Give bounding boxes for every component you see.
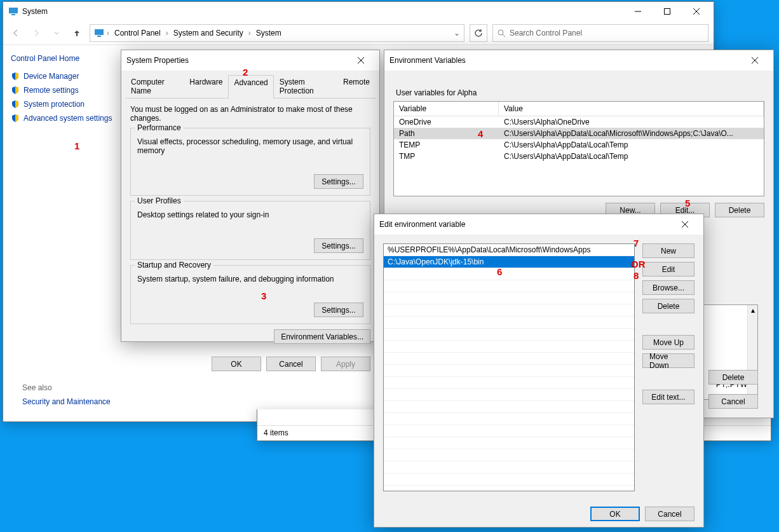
maximize-button[interactable] bbox=[653, 2, 682, 21]
tab-hardware[interactable]: Hardware bbox=[184, 74, 228, 98]
scrollbar[interactable]: ▴ bbox=[747, 305, 757, 399]
list-item[interactable] bbox=[384, 280, 634, 292]
cancel-button[interactable]: Cancel bbox=[645, 507, 694, 521]
shield-icon bbox=[11, 86, 20, 95]
cancel-button[interactable]: Cancel bbox=[708, 394, 758, 409]
ok-button[interactable]: OK bbox=[590, 507, 640, 521]
svg-rect-6 bbox=[95, 29, 104, 35]
group-heading: User Profiles bbox=[135, 196, 184, 205]
environment-variables-button[interactable]: Environment Variables... bbox=[274, 329, 370, 344]
breadcrumb[interactable]: Control Panel bbox=[112, 27, 163, 39]
control-panel-home-link[interactable]: Control Panel Home bbox=[11, 54, 116, 63]
user-delete-button[interactable]: Delete bbox=[715, 203, 764, 217]
table-row[interactable]: OneDriveC:\Users\Alpha\OneDrive bbox=[394, 116, 764, 128]
back-button[interactable] bbox=[8, 25, 24, 41]
sys-delete-button[interactable]: Delete bbox=[708, 370, 758, 385]
list-item[interactable] bbox=[384, 474, 634, 486]
tab-strip: Computer Name Hardware Advanced System P… bbox=[125, 74, 376, 99]
search-placeholder: Search Control Panel bbox=[510, 29, 582, 38]
list-item[interactable] bbox=[384, 304, 634, 317]
startup-recovery-group: Startup and Recovery System startup, sys… bbox=[130, 265, 370, 324]
list-item[interactable] bbox=[384, 377, 634, 389]
list-item[interactable] bbox=[384, 365, 634, 377]
titlebar: System bbox=[3, 2, 714, 21]
list-item[interactable] bbox=[384, 353, 634, 365]
new-button[interactable]: New bbox=[642, 243, 694, 258]
close-button[interactable] bbox=[682, 2, 711, 21]
table-row[interactable]: TMPC:\Users\Alpha\AppData\Local\Temp bbox=[394, 151, 764, 162]
refresh-button[interactable] bbox=[470, 24, 487, 42]
list-item[interactable] bbox=[384, 268, 634, 280]
tab-remote[interactable]: Remote bbox=[337, 74, 376, 98]
perf-settings-button[interactable]: Settings... bbox=[314, 174, 363, 189]
list-item[interactable]: %USERPROFILE%\AppData\Local\Microsoft\Wi… bbox=[384, 244, 634, 256]
shield-icon bbox=[11, 114, 20, 123]
delete-button[interactable]: Delete bbox=[642, 299, 694, 313]
tab-system-protection[interactable]: System Protection bbox=[274, 74, 337, 98]
sidebar-item-device-manager[interactable]: Device Manager bbox=[11, 72, 116, 81]
security-maintenance-link[interactable]: Security and Maintenance bbox=[22, 397, 111, 406]
breadcrumb[interactable]: System and Security bbox=[171, 27, 246, 39]
tab-advanced[interactable]: Advanced bbox=[228, 75, 273, 99]
close-button[interactable] bbox=[348, 51, 374, 69]
dialog-titlebar: Environment Variables bbox=[384, 50, 773, 71]
cancel-button[interactable]: Cancel bbox=[266, 357, 316, 371]
minimize-button[interactable] bbox=[623, 2, 653, 21]
move-up-button[interactable]: Move Up bbox=[642, 335, 694, 350]
list-item[interactable] bbox=[384, 329, 634, 341]
move-down-button[interactable]: Move Down bbox=[642, 353, 694, 368]
chevron-down-icon[interactable]: ⌄ bbox=[454, 29, 460, 38]
svg-rect-3 bbox=[665, 9, 670, 15]
sidebar-item-system-protection[interactable]: System protection bbox=[11, 100, 116, 109]
list-item[interactable]: C:\Java\OpenJDK\jdk-15\bin bbox=[384, 256, 634, 268]
annotation: 6 bbox=[497, 266, 502, 277]
up-button[interactable] bbox=[69, 25, 85, 41]
close-button[interactable] bbox=[672, 215, 698, 233]
annotation: 2 bbox=[243, 67, 248, 78]
close-button[interactable] bbox=[742, 51, 768, 69]
svg-rect-0 bbox=[9, 8, 18, 13]
search-icon bbox=[497, 29, 506, 38]
sr-settings-button[interactable]: Settings... bbox=[314, 303, 363, 317]
group-heading: Startup and Recovery bbox=[135, 261, 213, 269]
performance-group: Performance Visual effects, processor sc… bbox=[130, 128, 370, 196]
list-item[interactable] bbox=[384, 317, 634, 329]
dialog-titlebar: System Properties bbox=[121, 50, 379, 71]
list-item[interactable] bbox=[384, 389, 634, 401]
system-icon bbox=[8, 6, 18, 17]
sys-vars-table-fragment[interactable]: Program ... PY;.PYW ▴ bbox=[701, 304, 758, 400]
search-input[interactable]: Search Control Panel bbox=[492, 24, 708, 42]
list-item[interactable] bbox=[384, 461, 634, 474]
list-item[interactable] bbox=[384, 437, 634, 449]
chevron-right-icon: › bbox=[107, 29, 109, 38]
table-row[interactable]: TEMPC:\Users\Alpha\AppData\Local\Temp bbox=[394, 139, 764, 151]
tab-computer-name[interactable]: Computer Name bbox=[125, 74, 184, 98]
breadcrumb[interactable]: System bbox=[254, 27, 284, 39]
list-item[interactable] bbox=[384, 341, 634, 353]
dialog-titlebar: Edit environment variable bbox=[374, 214, 703, 235]
browse-button[interactable]: Browse... bbox=[642, 280, 694, 295]
ok-button[interactable]: OK bbox=[212, 357, 261, 371]
group-desc: Visual effects, processor scheduling, me… bbox=[137, 137, 363, 155]
address-bar[interactable]: › Control Panel › System and Security › … bbox=[90, 24, 464, 42]
recent-dropdown[interactable] bbox=[49, 25, 64, 41]
table-row[interactable]: PathC:\Users\Alpha\AppData\Local\Microso… bbox=[394, 128, 764, 139]
list-item[interactable] bbox=[384, 413, 634, 425]
user-vars-table[interactable]: Variable Value OneDriveC:\Users\Alpha\On… bbox=[393, 101, 764, 196]
scroll-up-icon[interactable]: ▴ bbox=[750, 307, 756, 313]
list-item[interactable] bbox=[384, 401, 634, 413]
up-settings-button[interactable]: Settings... bbox=[314, 238, 363, 253]
path-entries-list[interactable]: %USERPROFILE%\AppData\Local\Microsoft\Wi… bbox=[383, 243, 635, 491]
col-value[interactable]: Value bbox=[499, 102, 764, 116]
list-item[interactable] bbox=[384, 425, 634, 437]
edit-text-button[interactable]: Edit text... bbox=[642, 390, 694, 404]
list-item[interactable] bbox=[384, 449, 634, 461]
sidebar-item-remote-settings[interactable]: Remote settings bbox=[11, 86, 116, 95]
col-variable[interactable]: Variable bbox=[394, 102, 499, 116]
annotation: 8 bbox=[633, 270, 639, 281]
sidebar-item-advanced-system-settings[interactable]: Advanced system settings bbox=[11, 114, 116, 123]
list-item[interactable] bbox=[384, 292, 634, 304]
apply-button[interactable]: Apply bbox=[321, 357, 370, 371]
shield-icon bbox=[11, 72, 20, 81]
edit-button[interactable]: Edit bbox=[642, 262, 694, 276]
